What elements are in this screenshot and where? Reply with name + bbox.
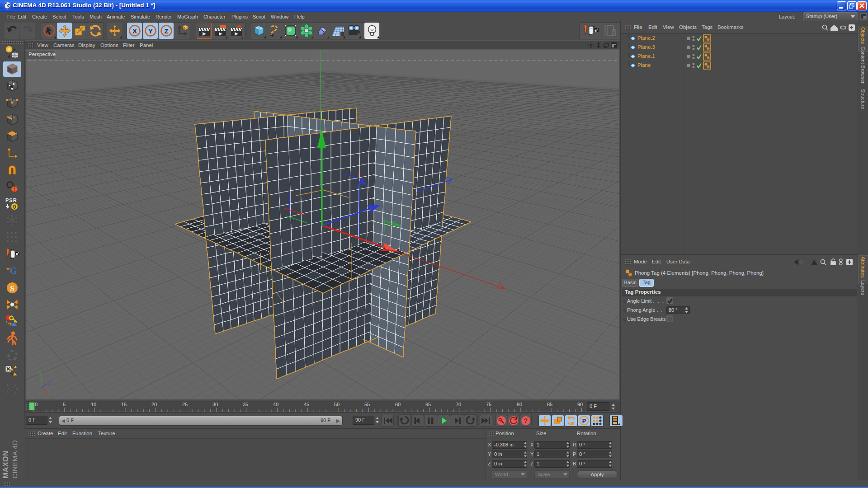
svg-text:Y: Y — [148, 27, 152, 35]
svg-text:X: X — [46, 391, 49, 396]
svg-text:0: 0 — [13, 204, 16, 210]
svg-text:G: G — [10, 266, 17, 276]
svg-text:Z: Z — [164, 27, 168, 35]
svg-text:P: P — [582, 418, 586, 424]
svg-text:S: S — [10, 284, 14, 293]
svg-text:PSR: PSR — [5, 197, 17, 203]
svg-text:X: X — [132, 27, 137, 35]
svg-text:Z: Z — [48, 380, 51, 385]
svg-text:Y: Y — [39, 371, 42, 376]
svg-text:?: ? — [524, 417, 528, 424]
